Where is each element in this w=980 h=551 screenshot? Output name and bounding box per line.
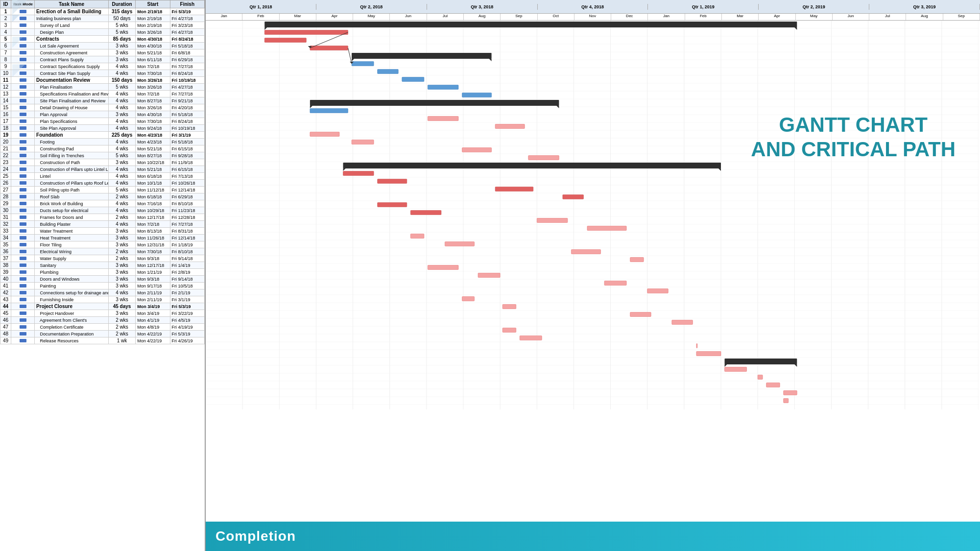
cell-id: 40 xyxy=(0,276,11,283)
cell-duration: 315 days xyxy=(108,8,135,15)
svg-rect-122 xyxy=(630,312,651,317)
cell-duration: 4 wks xyxy=(108,97,135,104)
cell-id: 17 xyxy=(0,118,11,125)
cell-id: 38 xyxy=(0,262,11,269)
cell-name: Footing xyxy=(35,139,109,145)
cell-id: 42 xyxy=(0,289,11,296)
cell-finish: Fri 10/19/18 xyxy=(170,125,204,132)
svg-rect-119 xyxy=(647,289,669,293)
gantt-month: Apr xyxy=(759,14,795,20)
cell-id: 7 xyxy=(0,49,11,56)
svg-marker-85 xyxy=(489,59,492,61)
cell-duration: 4 wks xyxy=(108,289,135,296)
cell-start: Mon 4/23/18 xyxy=(136,132,170,139)
cell-id: 44 xyxy=(0,303,11,310)
gantt-month: Mar xyxy=(280,14,316,20)
cell-id: 8 xyxy=(0,56,11,63)
cell-duration: 4 wks xyxy=(108,221,135,228)
cell-duration: 3 wks xyxy=(108,310,135,317)
svg-rect-95 xyxy=(428,117,458,121)
cell-finish: Fri 6/29/18 xyxy=(170,193,204,200)
cell-mode xyxy=(11,132,35,139)
cell-start: Mon 2/19/18 xyxy=(136,22,170,29)
cell-mode xyxy=(11,180,35,187)
cell-id: 4 xyxy=(0,29,11,36)
cell-start: Mon 5/21/18 xyxy=(136,49,170,56)
cell-finish: Fri 10/26/18 xyxy=(170,180,204,187)
cell-finish: Fri 5/3/19 xyxy=(170,303,204,310)
cell-name: Brick Work of Building xyxy=(35,200,109,207)
cell-duration: 4 wks xyxy=(108,70,135,77)
cell-name: Furnishing Inside xyxy=(35,296,109,303)
cell-name: Documentation Preparation xyxy=(35,331,109,337)
svg-rect-86 xyxy=(352,62,374,66)
cell-duration: 5 wks xyxy=(108,84,135,91)
cell-finish: Fri 8/10/18 xyxy=(170,200,204,207)
cell-duration: 4 wks xyxy=(108,200,135,207)
svg-rect-112 xyxy=(410,234,424,239)
cell-duration: 4 wks xyxy=(108,118,135,125)
cell-name: Plan Approval xyxy=(35,111,109,118)
svg-marker-102 xyxy=(343,168,346,171)
cell-duration: 3 wks xyxy=(108,43,135,49)
cell-mode xyxy=(11,331,35,337)
cell-mode xyxy=(11,15,35,22)
svg-rect-98 xyxy=(352,140,374,144)
svg-rect-127 xyxy=(696,352,721,356)
gantt-month: Feb xyxy=(242,14,279,20)
cell-duration: 2 wks xyxy=(108,255,135,262)
cell-mode xyxy=(11,187,35,193)
cell-duration: 150 days xyxy=(108,77,135,84)
cell-name: Plumbing xyxy=(35,269,109,276)
svg-rect-100 xyxy=(528,156,559,160)
cell-finish: Fri 10/19/18 xyxy=(170,77,204,84)
cell-mode xyxy=(11,303,35,310)
cell-name: Frames for Doors and xyxy=(35,214,109,221)
cell-id: 33 xyxy=(0,228,11,235)
cell-id: 36 xyxy=(0,248,11,255)
cell-start: Mon 7/30/18 xyxy=(136,70,170,77)
cell-id: 41 xyxy=(0,283,11,289)
svg-marker-103 xyxy=(718,168,721,171)
gantt-month: May xyxy=(796,14,833,20)
cell-start: Mon 5/21/18 xyxy=(136,166,170,173)
cell-duration: 3 wks xyxy=(108,159,135,166)
cell-mode xyxy=(11,22,35,29)
cell-mode xyxy=(11,63,35,70)
cell-start: Mon 8/27/18 xyxy=(136,97,170,104)
svg-rect-77 xyxy=(264,22,797,27)
cell-name: Heat Treatment xyxy=(35,235,109,241)
cell-mode xyxy=(11,84,35,91)
cell-id: 47 xyxy=(0,324,11,331)
cell-id: 35 xyxy=(0,241,11,248)
cell-finish: Fri 8/24/18 xyxy=(170,36,204,43)
completion-label: Completion xyxy=(215,528,296,544)
cell-id: 48 xyxy=(0,331,11,337)
cell-id: 30 xyxy=(0,207,11,214)
cell-finish: Fri 8/24/18 xyxy=(170,70,204,77)
cell-finish: Fri 12/14/18 xyxy=(170,187,204,193)
cell-duration: 4 wks xyxy=(108,173,135,180)
cell-finish: Fri 4/19/19 xyxy=(170,324,204,331)
cell-id: 21 xyxy=(0,145,11,152)
cell-mode xyxy=(11,104,35,111)
col-header-id: ID xyxy=(0,0,11,8)
cell-id: 5 xyxy=(0,36,11,43)
cell-id: 14 xyxy=(0,97,11,104)
cell-name: Soil Piling upto Path xyxy=(35,187,109,193)
gantt-sub-header: JanFebMarAprMayJunJulAugSepOctNovDecJanF… xyxy=(206,14,980,21)
cell-finish: Fri 8/31/18 xyxy=(170,228,204,235)
cell-start: Mon 4/22/19 xyxy=(136,331,170,337)
cell-name: Release Resources xyxy=(35,337,109,344)
svg-rect-82 xyxy=(310,46,348,50)
cell-name: Water Supply xyxy=(35,255,109,262)
cell-name: Site Plan Finalisation and Review xyxy=(35,97,109,104)
cell-finish: Fri 9/21/18 xyxy=(170,97,204,104)
cell-start: Mon 2/19/18 xyxy=(136,15,170,22)
cell-mode xyxy=(11,97,35,104)
cell-finish: Fri 3/23/18 xyxy=(170,22,204,29)
cell-start: Mon 3/26/18 xyxy=(136,77,170,84)
cell-duration: 5 wks xyxy=(108,187,135,193)
svg-rect-133 xyxy=(766,383,780,387)
cell-finish: Fri 9/28/18 xyxy=(170,152,204,159)
